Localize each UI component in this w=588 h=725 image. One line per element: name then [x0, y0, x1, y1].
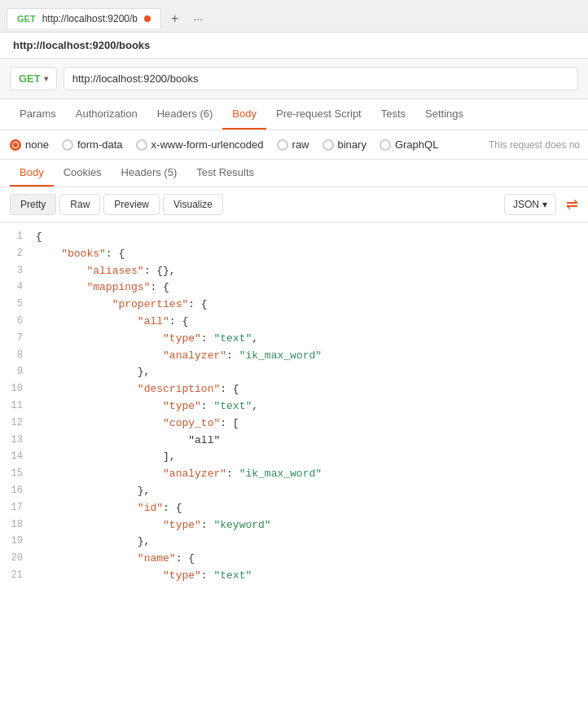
tab-settings[interactable]: Settings	[415, 99, 473, 130]
line-content: ],	[36, 449, 581, 466]
line-number: 9	[7, 364, 36, 380]
radio-circle-binary	[323, 139, 334, 151]
response-tab-headers[interactable]: Headers (5)	[112, 160, 187, 187]
line-content: "type": "keyword"	[36, 517, 581, 534]
radio-urlencoded-label: x-www-form-urlencoded	[151, 138, 264, 151]
request-bar: GET ▾	[0, 59, 588, 99]
line-content: "name": {	[36, 551, 581, 568]
line-content: "all": {	[36, 314, 581, 331]
line-number: 16	[7, 483, 36, 499]
tab-url: http://localhost:9200/b	[42, 13, 138, 24]
line-content: "analyzer": "ik_max_word"	[36, 348, 581, 365]
tab-tests[interactable]: Tests	[371, 99, 415, 130]
new-tab-button[interactable]: +	[165, 8, 185, 29]
line-number: 14	[7, 449, 36, 464]
line-content: "description": {	[36, 381, 581, 398]
line-number: 12	[7, 415, 36, 431]
json-line: 2 "books": {	[0, 246, 588, 263]
url-input[interactable]	[64, 67, 578, 90]
body-options-bar: none form-data x-www-form-urlencoded raw…	[0, 130, 588, 160]
response-tab-test-results[interactable]: Test Results	[186, 160, 264, 187]
tab-body[interactable]: Body	[222, 99, 266, 130]
line-content: "all"	[36, 433, 581, 450]
line-content: "type": "text",	[36, 331, 581, 348]
tab-pre-request[interactable]: Pre-request Script	[266, 99, 371, 130]
radio-binary-label: binary	[338, 138, 366, 151]
method-dropdown[interactable]: GET ▾	[10, 67, 57, 90]
tab-params[interactable]: Params	[10, 99, 66, 130]
line-content: "type": "text",	[36, 398, 581, 415]
address-url: http://localhost:9200/books	[13, 39, 150, 51]
response-tabs: Body Cookies Headers (5) Test Results	[0, 160, 588, 187]
tab-headers[interactable]: Headers (6)	[147, 99, 223, 130]
tab-authorization[interactable]: Authorization	[66, 99, 147, 130]
line-number: 2	[7, 246, 36, 261]
request-nav-tabs: Params Authorization Headers (6) Body Pr…	[0, 99, 588, 130]
format-visualize-button[interactable]: Visualize	[163, 194, 223, 215]
line-number: 19	[7, 534, 36, 549]
json-line: 10 "description": {	[0, 381, 588, 398]
line-number: 6	[7, 314, 36, 329]
line-number: 8	[7, 348, 36, 363]
format-raw-button[interactable]: Raw	[59, 194, 100, 215]
json-line: 14 ],	[0, 449, 588, 466]
json-line: 12 "copy_to": [	[0, 415, 588, 433]
line-number: 13	[7, 433, 36, 448]
json-line: 1{	[0, 229, 588, 246]
json-line: 4 "mappings": {	[0, 279, 588, 297]
line-number: 10	[7, 381, 36, 397]
radio-raw-label: raw	[292, 138, 309, 151]
json-line: 20 "name": {	[0, 551, 588, 568]
radio-urlencoded[interactable]: x-www-form-urlencoded	[136, 138, 264, 151]
json-response-body: 1{2 "books": {3 "aliases": {},4 "mapping…	[0, 222, 588, 591]
line-content: "type": "text"	[36, 568, 581, 585]
json-line: 6 "all": {	[0, 314, 588, 331]
line-content: },	[36, 534, 581, 551]
line-number: 17	[7, 500, 36, 516]
tab-method: GET	[17, 14, 36, 24]
radio-binary[interactable]: binary	[323, 138, 366, 151]
method-label: GET	[19, 72, 41, 85]
chevron-down-icon: ▾	[44, 74, 48, 83]
line-number: 18	[7, 517, 36, 533]
json-line: 13 "all"	[0, 433, 588, 450]
json-line: 15 "analyzer": "ik_max_word"	[0, 466, 588, 483]
line-number: 4	[7, 279, 36, 295]
radio-none[interactable]: none	[10, 138, 49, 151]
radio-raw[interactable]: raw	[277, 138, 309, 151]
json-line: 19 },	[0, 534, 588, 551]
radio-circle-form-data	[62, 139, 73, 151]
line-content: },	[36, 364, 581, 381]
radio-none-label: none	[25, 138, 49, 151]
line-content: "aliases": {},	[36, 263, 581, 280]
radio-graphql[interactable]: GraphQL	[380, 138, 438, 151]
truncated-notice: This request does no	[489, 139, 580, 151]
json-format-select[interactable]: JSON ▾	[504, 194, 556, 215]
radio-form-data-label: form-data	[77, 138, 123, 151]
address-bar: http://localhost:9200/books	[0, 33, 588, 59]
radio-form-data[interactable]: form-data	[62, 138, 123, 151]
active-tab[interactable]: GET http://localhost:9200/b	[7, 8, 161, 29]
format-preview-button[interactable]: Preview	[103, 194, 160, 215]
line-content: "books": {	[36, 246, 581, 263]
line-number: 3	[7, 263, 36, 279]
line-number: 21	[7, 568, 36, 583]
response-tab-cookies[interactable]: Cookies	[54, 160, 112, 187]
line-content: "id": {	[36, 500, 581, 517]
format-toolbar: Pretty Raw Preview Visualize JSON ▾ ⇌	[0, 187, 588, 222]
json-line: 3 "aliases": {},	[0, 263, 588, 280]
radio-circle-raw	[277, 139, 288, 151]
format-pretty-button[interactable]: Pretty	[10, 194, 56, 215]
response-tab-body[interactable]: Body	[10, 160, 54, 187]
line-content: "copy_to": [	[36, 415, 581, 433]
chevron-down-icon: ▾	[542, 199, 547, 210]
more-options-button[interactable]: ···	[186, 9, 209, 29]
json-line: 5 "properties": {	[0, 297, 588, 314]
json-line: 9 },	[0, 364, 588, 381]
line-number: 7	[7, 331, 36, 346]
line-number: 5	[7, 297, 36, 312]
wrap-icon[interactable]: ⇌	[566, 196, 578, 213]
json-line: 7 "type": "text",	[0, 331, 588, 348]
json-line: 11 "type": "text",	[0, 398, 588, 415]
radio-graphql-label: GraphQL	[395, 138, 438, 151]
